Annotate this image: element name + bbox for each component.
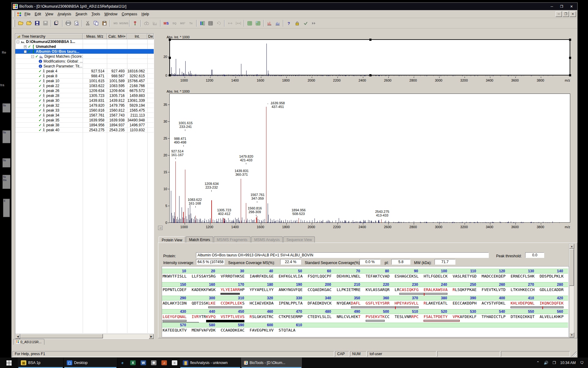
apply-button[interactable]: [302, 19, 309, 27]
tree-row-search-parameter-tit-[interactable]: iSearch Parameter: Tit...: [15, 64, 154, 69]
action-center-icon[interactable]: 🗨: [580, 361, 584, 365]
mdi-close-button[interactable]: ✕: [570, 11, 576, 17]
tree-row-d-okumura-230608-bsa-1-[interactable]: -D:\Okumura\230608\BSA 1...: [15, 39, 154, 44]
tree-column-header-meas-m-z[interactable]: Meas. M/z: [83, 34, 107, 39]
open-spectrum-button[interactable]: [17, 19, 24, 27]
intensity-coverage-field[interactable]: 64.5 % (107458: [196, 259, 224, 265]
tree-row-peak-10[interactable]: ✓peak 101001.6151001.58915766.457: [15, 79, 154, 83]
mdi-minimize-button[interactable]: ─: [556, 11, 562, 17]
selection-handle[interactable]: [569, 57, 571, 59]
tree-row-peak-33[interactable]: ✓peak 331560.8161560.8121565.475: [15, 108, 154, 113]
tree-column-header-calc-mh-[interactable]: Calc. MH+: [107, 34, 127, 39]
checked-icon[interactable]: ✓: [28, 49, 31, 54]
protein-field[interactable]: Albumin OS=Bos taurus OX=9913 GN=ALB PE=…: [196, 252, 489, 258]
tree-column-header-tree-hierarchy[interactable]: Tree hierarchy: [15, 34, 83, 39]
checked-icon[interactable]: ✓: [39, 89, 42, 93]
grid-view-button[interactable]: [246, 19, 254, 27]
menu-edit[interactable]: Edit: [32, 11, 43, 17]
ms-search-button[interactable]: MS: [162, 19, 170, 27]
checked-icon[interactable]: ✓: [39, 118, 42, 122]
notepad-taskbar-icon[interactable]: ≡: [169, 358, 180, 368]
title-bar[interactable]: BioTools - [D:\Okumura\230608\BSA 1p\0_A…: [12, 3, 577, 10]
checked-icon[interactable]: ✓: [39, 113, 42, 117]
pi-field[interactable]: 5.8: [391, 259, 410, 265]
collapse-icon[interactable]: -: [31, 55, 34, 58]
tree-column-header-de[interactable]: De: [147, 34, 154, 39]
taskbar-button-bsa-1p[interactable]: ▣BSA 1p: [18, 358, 64, 368]
tree-row-peak-34[interactable]: ✓peak 341567.7611567.7432111.113: [15, 113, 154, 118]
checked-icon[interactable]: ✓: [39, 98, 42, 103]
result-grid-button[interactable]: [207, 19, 214, 27]
word-taskbar-icon[interactable]: W: [138, 358, 149, 368]
checked-icon[interactable]: ✓: [39, 69, 42, 73]
toolbar-grip[interactable]: [13, 20, 15, 27]
menu-view[interactable]: View: [43, 11, 55, 17]
plot-area[interactable]: [169, 39, 570, 75]
scroll-up-icon[interactable]: ▲: [569, 244, 574, 249]
tree-row-peak-40[interactable]: ✓peak 402543.2752543.2351103.832: [15, 128, 154, 132]
checked-icon[interactable]: ✓: [39, 123, 42, 127]
selection-handle[interactable]: [169, 39, 171, 41]
volume-icon[interactable]: 🔊: [544, 361, 548, 365]
checked-icon[interactable]: ✓: [39, 79, 42, 83]
document-tab[interactable]: 0_A5\1\1SR...: [13, 339, 44, 345]
photos-taskbar-icon[interactable]: ❉: [149, 358, 159, 368]
tree-row-peak-32[interactable]: ✓peak 321479.8201479.7955929.194: [15, 103, 154, 108]
checked-icon[interactable]: ✓: [39, 103, 42, 108]
transfer-button[interactable]: [53, 19, 61, 27]
checked-icon[interactable]: ✓: [39, 74, 42, 78]
menu-grip[interactable]: [13, 11, 15, 17]
tree-row-peak-22[interactable]: ✓peak 221083.6221083.5952168.766: [15, 83, 154, 88]
selection-handle[interactable]: [569, 74, 571, 76]
ie-taskbar-icon[interactable]: e: [117, 358, 128, 368]
lock-button[interactable]: [293, 19, 301, 27]
taskbar-button-desktop[interactable]: ▢Desktop: [64, 358, 117, 368]
spectrum-red-button[interactable]: [266, 19, 273, 27]
panel-vertical-scrollbar[interactable]: ▲ ▼: [569, 243, 574, 338]
selection-handle[interactable]: [569, 39, 571, 41]
paste-button[interactable]: [100, 19, 108, 27]
mw-field[interactable]: 71.7: [435, 259, 455, 265]
help-button[interactable]: ?: [285, 19, 293, 27]
grid-view-2-button[interactable]: [254, 19, 262, 27]
collapse-icon[interactable]: -: [17, 40, 19, 43]
tree-row-peak-4[interactable]: ✓peak 4927.514927.49318316.062: [15, 69, 154, 74]
tree-row-peak-30[interactable]: ✓peak 301439.8311439.81213081.339: [15, 98, 154, 103]
tree-row-peak-35[interactable]: ✓peak 351639.9581639.93834490.948: [15, 118, 154, 123]
checked-icon[interactable]: ✓: [39, 84, 42, 88]
taskbar-button-biotools-d-okum-[interactable]: BioTools - [D:\Okum...: [241, 358, 302, 368]
scroll-right-icon[interactable]: ▶: [149, 334, 154, 339]
tree-row-digest-matches-score-[interactable]: -✓Digest Matches (Score:...: [15, 54, 154, 59]
tab-protein-view[interactable]: Protein View: [159, 236, 185, 243]
process-button[interactable]: [310, 19, 318, 27]
save-button[interactable]: [33, 19, 41, 27]
excel-taskbar-icon[interactable]: X: [128, 358, 138, 368]
tab-match-errors[interactable]: Match Errors: [186, 236, 213, 243]
expand-icon[interactable]: +: [24, 45, 27, 48]
print-preview-button[interactable]: [73, 19, 80, 27]
menu-search[interactable]: Search: [74, 11, 89, 17]
standard-sequence-coverage-field[interactable]: 0.0 %: [360, 259, 380, 265]
selection-handle[interactable]: [169, 57, 171, 59]
print-button[interactable]: [64, 19, 72, 27]
sequence-display[interactable]: 102030405060708090100110120130140MKWVTFI…: [162, 266, 569, 337]
menu-analysis[interactable]: Analysis: [55, 11, 74, 17]
menu-help[interactable]: Help: [139, 11, 151, 17]
selection-handle[interactable]: [369, 74, 371, 76]
tree-row-unmatched[interactable]: +✓Unmatched: [15, 44, 154, 49]
network-icon[interactable]: ❐: [553, 361, 556, 365]
open-project-button[interactable]: [25, 19, 33, 27]
media-taskbar-icon[interactable]: ♫: [159, 358, 169, 368]
sequence-coverage-field[interactable]: 22.4 %: [280, 259, 301, 265]
spectrum-blue-button[interactable]: [274, 19, 281, 27]
mdi-restore-button[interactable]: ❐: [563, 11, 569, 17]
tree-row-albumin-os-bos-tauru-[interactable]: -✓Albumin OS=Bos tauru...: [15, 49, 154, 54]
tree-row-modifications-global-[interactable]: iModifications: Global: ...: [15, 59, 154, 64]
spectrum-corner-button[interactable]: ◁: [158, 226, 163, 230]
spectrum-main[interactable]: Abs. Int. * 1000927.514161-167988.471490…: [157, 87, 575, 234]
scrollbar-thumb[interactable]: [569, 249, 574, 286]
menu-compass[interactable]: Compass: [119, 11, 139, 17]
tray-clock[interactable]: 10:34 AM: [560, 361, 576, 365]
menu-window[interactable]: Window: [102, 11, 120, 17]
maximize-button[interactable]: ❐: [557, 3, 566, 10]
